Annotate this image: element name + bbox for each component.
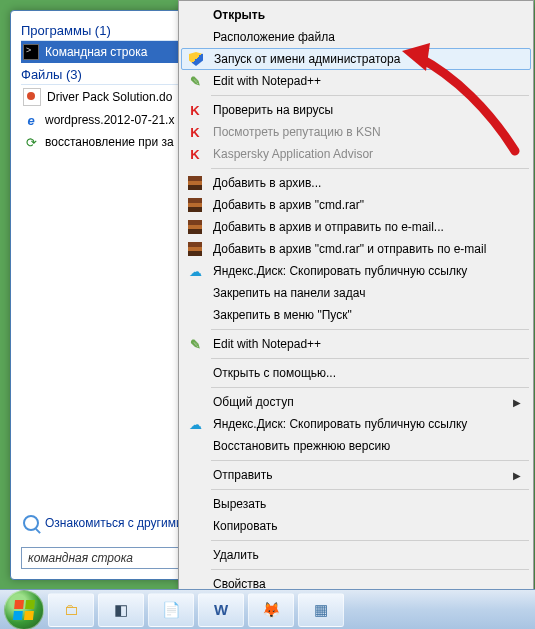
taskbar-app-1[interactable]: ◧: [98, 593, 144, 627]
see-more-results[interactable]: Ознакомиться с другими: [23, 515, 183, 531]
blank-icon: [185, 394, 205, 410]
menu-yadisk-2[interactable]: ☁ Яндекс.Диск: Скопировать публичную ссы…: [181, 413, 531, 435]
menu-separator: [211, 329, 529, 330]
menu-kaspersky-advisor-label: Kaspersky Application Advisor: [213, 147, 373, 161]
firefox-icon: 🦊: [262, 601, 281, 619]
menu-send-to[interactable]: Отправить ▶: [181, 464, 531, 486]
menu-open-with[interactable]: Открыть с помощью...: [181, 362, 531, 384]
menu-open-label: Открыть: [213, 8, 265, 22]
result-wordpress-label: wordpress.2012-07-21.x: [45, 113, 174, 127]
menu-separator: [211, 460, 529, 461]
menu-separator: [211, 569, 529, 570]
menu-file-location-label: Расположение файла: [213, 30, 335, 44]
menu-edit-npp-2[interactable]: ✎ Edit with Notepad++: [181, 333, 531, 355]
notepad-icon: 📄: [162, 601, 181, 619]
context-menu: Открыть Расположение файла Запуск от име…: [178, 0, 534, 599]
blank-icon: [185, 467, 205, 483]
kaspersky-icon: K: [185, 124, 205, 140]
folder-icon: 🗀: [64, 601, 79, 618]
menu-yadisk-2-label: Яндекс.Диск: Скопировать публичную ссылк…: [213, 417, 467, 431]
taskbar: 🗀 ◧ 📄 W 🦊 ▦: [0, 589, 535, 629]
kaspersky-icon: K: [185, 102, 205, 118]
menu-share[interactable]: Общий доступ ▶: [181, 391, 531, 413]
menu-pin-taskbar[interactable]: Закрепить на панели задач: [181, 282, 531, 304]
menu-cut-label: Вырезать: [213, 497, 266, 511]
app-icon: ◧: [114, 601, 128, 619]
blank-icon: [185, 496, 205, 512]
sync-icon: ⟳: [23, 134, 39, 150]
start-button[interactable]: [4, 590, 44, 630]
menu-add-email[interactable]: Добавить в архив и отправить по e-mail..…: [181, 216, 531, 238]
ie-icon: e: [23, 112, 39, 128]
menu-ksn[interactable]: K Посмотреть репутацию в KSN: [181, 121, 531, 143]
programs-label: Программы: [21, 23, 91, 38]
menu-edit-npp-2-label: Edit with Notepad++: [213, 337, 321, 351]
menu-add-archive-cmd[interactable]: Добавить в архив "cmd.rar": [181, 194, 531, 216]
menu-edit-npp-1[interactable]: ✎ Edit with Notepad++: [181, 70, 531, 92]
shield-icon: [186, 51, 206, 67]
menu-pin-start[interactable]: Закрепить в меню "Пуск": [181, 304, 531, 326]
blank-icon: [185, 29, 205, 45]
menu-ksn-label: Посмотреть репутацию в KSN: [213, 125, 381, 139]
menu-run-as-admin-label: Запуск от имени администратора: [214, 52, 400, 66]
blank-icon: [185, 365, 205, 381]
blank-icon: [185, 285, 205, 301]
menu-delete-label: Удалить: [213, 548, 259, 562]
taskbar-notepad[interactable]: 📄: [148, 593, 194, 627]
windows-logo-icon: [13, 600, 35, 620]
menu-open-with-label: Открыть с помощью...: [213, 366, 336, 380]
menu-restore-prev-label: Восстановить прежнюю версию: [213, 439, 390, 453]
taskbar-word[interactable]: W: [198, 593, 244, 627]
menu-add-email-label: Добавить в архив и отправить по e-mail..…: [213, 220, 444, 234]
blank-icon: [185, 307, 205, 323]
programs-count: (1): [95, 23, 111, 38]
word-icon: W: [214, 601, 228, 618]
submenu-arrow-icon: ▶: [513, 397, 521, 408]
menu-add-cmd-email-label: Добавить в архив "cmd.rar" и отправить п…: [213, 242, 486, 256]
blank-icon: [185, 7, 205, 23]
files-count: (3): [66, 67, 82, 82]
menu-yadisk-1[interactable]: ☁ Яндекс.Диск: Скопировать публичную ссы…: [181, 260, 531, 282]
menu-separator: [211, 358, 529, 359]
blank-icon: [185, 438, 205, 454]
menu-send-to-label: Отправить: [213, 468, 273, 482]
menu-copy[interactable]: Копировать: [181, 515, 531, 537]
notepadpp-icon: ✎: [185, 73, 205, 89]
menu-delete[interactable]: Удалить: [181, 544, 531, 566]
taskbar-app-2[interactable]: ▦: [298, 593, 344, 627]
menu-add-cmd-email[interactable]: Добавить в архив "cmd.rar" и отправить п…: [181, 238, 531, 260]
cmd-icon: [23, 44, 39, 60]
blank-icon: [185, 518, 205, 534]
winrar-icon: [185, 219, 205, 235]
winrar-icon: [185, 175, 205, 191]
menu-add-archive-cmd-label: Добавить в архив "cmd.rar": [213, 198, 364, 212]
submenu-arrow-icon: ▶: [513, 470, 521, 481]
menu-share-label: Общий доступ: [213, 395, 294, 409]
yandex-disk-icon: ☁: [185, 416, 205, 432]
menu-scan-label: Проверить на вирусы: [213, 103, 333, 117]
menu-separator: [211, 489, 529, 490]
files-label: Файлы: [21, 67, 62, 82]
yandex-disk-icon: ☁: [185, 263, 205, 279]
menu-file-location[interactable]: Расположение файла: [181, 26, 531, 48]
winrar-icon: [185, 197, 205, 213]
menu-scan[interactable]: K Проверить на вирусы: [181, 99, 531, 121]
menu-pin-taskbar-label: Закрепить на панели задач: [213, 286, 365, 300]
result-cmd-label: Командная строка: [45, 45, 147, 59]
kaspersky-icon: K: [185, 146, 205, 162]
menu-add-archive[interactable]: Добавить в архив...: [181, 172, 531, 194]
menu-run-as-admin[interactable]: Запуск от имени администратора: [181, 48, 531, 70]
taskbar-explorer[interactable]: 🗀: [48, 593, 94, 627]
menu-add-archive-label: Добавить в архив...: [213, 176, 321, 190]
search-icon: [23, 515, 39, 531]
notepadpp-icon: ✎: [185, 336, 205, 352]
winrar-icon: [185, 241, 205, 257]
exe-icon: [23, 88, 41, 106]
menu-kaspersky-advisor[interactable]: K Kaspersky Application Advisor: [181, 143, 531, 165]
menu-restore-prev[interactable]: Восстановить прежнюю версию: [181, 435, 531, 457]
see-more-label: Ознакомиться с другими: [45, 516, 183, 530]
menu-open[interactable]: Открыть: [181, 4, 531, 26]
menu-cut[interactable]: Вырезать: [181, 493, 531, 515]
taskbar-firefox[interactable]: 🦊: [248, 593, 294, 627]
menu-copy-label: Копировать: [213, 519, 278, 533]
